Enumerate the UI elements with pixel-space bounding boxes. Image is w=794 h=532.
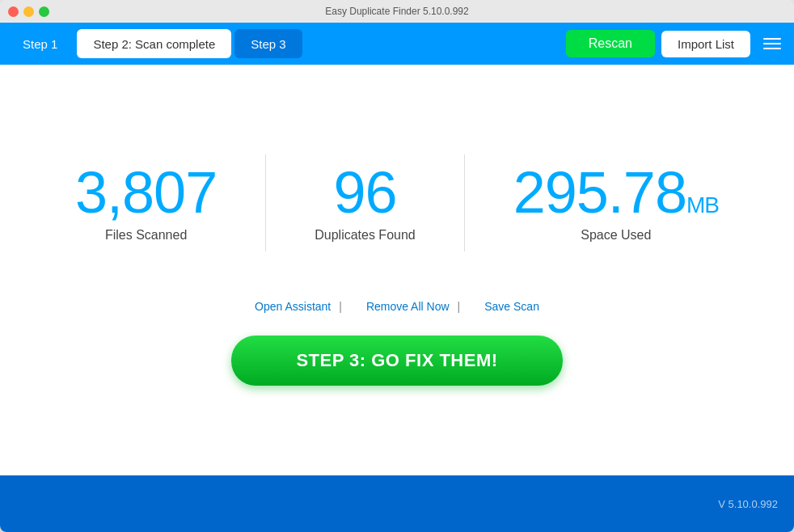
menu-icon <box>763 43 781 44</box>
space-used-stat: 295.78MB Space Used <box>465 163 767 243</box>
links-row: Open Assistant | Remove All Now | Save S… <box>255 300 539 313</box>
step1-tab[interactable]: Step 1 <box>6 29 74 58</box>
window-controls <box>8 6 49 17</box>
title-bar: Easy Duplicate Finder 5.10.0.992 <box>0 0 794 23</box>
app-window: Easy Duplicate Finder 5.10.0.992 Step 1 … <box>0 0 794 532</box>
menu-icon <box>763 48 781 49</box>
stats-container: 3,807 Files Scanned 96 Duplicates Found … <box>27 154 767 251</box>
link-separator-2: | <box>458 300 461 313</box>
menu-icon <box>763 38 781 40</box>
import-list-button[interactable]: Import List <box>661 31 750 57</box>
window-title: Easy Duplicate Finder 5.10.0.992 <box>325 6 468 17</box>
space-used-value: 295.78MB <box>513 163 719 222</box>
step3-tab[interactable]: Step 3 <box>234 29 302 58</box>
files-scanned-label: Files Scanned <box>75 228 217 243</box>
version-label: V 5.10.0.992 <box>718 498 778 510</box>
duplicates-stat: 96 Duplicates Found <box>266 163 464 243</box>
bottom-bar: V 5.10.0.992 <box>0 475 794 532</box>
menu-button[interactable] <box>757 35 788 53</box>
step2-tab[interactable]: Step 2: Scan complete <box>77 29 231 58</box>
rescan-button[interactable]: Rescan <box>566 30 655 57</box>
nav-right: Rescan Import List <box>566 30 788 57</box>
maximize-button[interactable] <box>39 6 49 17</box>
link-separator-1: | <box>339 300 342 313</box>
remove-all-now-link[interactable]: Remove All Now <box>366 300 450 313</box>
nav-bar: Step 1 Step 2: Scan complete Step 3 Resc… <box>0 23 794 65</box>
close-button[interactable] <box>8 6 19 17</box>
files-scanned-stat: 3,807 Files Scanned <box>27 163 265 243</box>
duplicates-label: Duplicates Found <box>315 228 416 243</box>
main-content: 3,807 Files Scanned 96 Duplicates Found … <box>0 65 794 475</box>
minimize-button[interactable] <box>23 6 34 17</box>
files-scanned-value: 3,807 <box>75 163 217 222</box>
space-used-label: Space Used <box>513 228 719 243</box>
save-scan-link[interactable]: Save Scan <box>484 300 539 313</box>
go-fix-button[interactable]: STEP 3: GO FIX THEM! <box>231 336 562 386</box>
duplicates-value: 96 <box>315 163 416 222</box>
open-assistant-link[interactable]: Open Assistant <box>255 300 331 313</box>
